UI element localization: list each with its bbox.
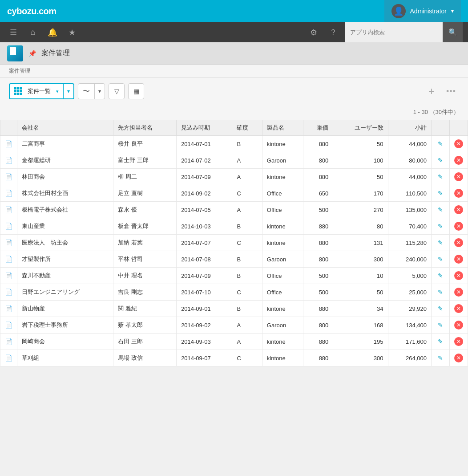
cell-product: kintone	[262, 218, 303, 235]
cell-delete[interactable]: ✕	[450, 218, 468, 235]
edit-button[interactable]: ✎	[436, 288, 445, 297]
edit-button[interactable]: ✎	[436, 222, 445, 231]
delete-button[interactable]: ✕	[454, 189, 463, 198]
cell-company: 板橋電子株式会社	[17, 202, 113, 218]
delete-button[interactable]: ✕	[454, 205, 463, 214]
delete-button[interactable]: ✕	[454, 222, 463, 231]
more-options-button[interactable]: •••	[443, 83, 459, 99]
delete-button[interactable]: ✕	[454, 304, 463, 313]
cell-edit[interactable]: ✎	[432, 301, 450, 317]
edit-button[interactable]: ✎	[436, 337, 445, 346]
cell-unit-price: 650	[303, 185, 333, 202]
table-row: 📄 金都運総研 富士野 三郎 2014-07-02 A Garoon 800 1…	[0, 152, 468, 169]
cell-contact: 板倉 晋太郎	[113, 218, 177, 235]
add-record-button[interactable]: +	[424, 83, 440, 99]
cell-subtotal: 134,400	[388, 317, 431, 334]
delete-button[interactable]: ✕	[454, 288, 463, 297]
cell-contact: 中井 理名	[113, 268, 177, 284]
graph-button[interactable]: 〜 ▾	[78, 83, 105, 99]
home-icon[interactable]: ⌂	[25, 24, 41, 41]
cell-edit[interactable]: ✎	[432, 202, 450, 218]
row-doc-icon: 📄	[0, 334, 17, 350]
cell-date: 2014-07-08	[177, 251, 232, 268]
cell-edit[interactable]: ✎	[432, 284, 450, 301]
view-expand-icon: ▾	[56, 89, 59, 94]
cell-delete[interactable]: ✕	[450, 136, 468, 152]
view-selector-arrow[interactable]: ▾	[64, 88, 73, 94]
cell-edit[interactable]: ✎	[432, 334, 450, 350]
cell-edit[interactable]: ✎	[432, 268, 450, 284]
delete-button[interactable]: ✕	[454, 354, 463, 362]
delete-button[interactable]: ✕	[454, 172, 463, 181]
cell-unit-price: 800	[303, 152, 333, 169]
delete-button[interactable]: ✕	[454, 238, 463, 247]
cell-unit-price: 880	[303, 136, 333, 152]
cell-edit[interactable]: ✎	[432, 317, 450, 334]
user-menu[interactable]: 👤 Administrator ▾	[384, 0, 461, 22]
edit-button[interactable]: ✎	[436, 172, 445, 181]
cell-delete[interactable]: ✕	[450, 169, 468, 185]
table-row: 📄 医療法人 坊主会 加納 若葉 2014-07-07 C kintone 88…	[0, 235, 468, 251]
gear-icon[interactable]: ⚙	[306, 24, 322, 41]
delete-button[interactable]: ✕	[454, 255, 463, 264]
cell-company: 森川不動産	[17, 268, 113, 284]
cell-delete[interactable]: ✕	[450, 334, 468, 350]
view-selector[interactable]: 案件一覧 ▾ ▾	[9, 83, 74, 99]
edit-button[interactable]: ✎	[436, 156, 445, 165]
edit-button[interactable]: ✎	[436, 271, 445, 280]
cell-subtotal: 110,500	[388, 185, 431, 202]
edit-button[interactable]: ✎	[436, 189, 445, 198]
view-selector-main[interactable]: 案件一覧 ▾	[10, 87, 63, 95]
cell-delete[interactable]: ✕	[450, 185, 468, 202]
cell-edit[interactable]: ✎	[432, 169, 450, 185]
search-button[interactable]: 🔍	[443, 22, 463, 42]
graph-button-main[interactable]: 〜	[78, 84, 95, 99]
cell-edit[interactable]: ✎	[432, 152, 450, 169]
favorites-icon[interactable]: ★	[64, 24, 80, 41]
filter-button[interactable]: ▽	[109, 83, 125, 99]
cell-delete[interactable]: ✕	[450, 152, 468, 169]
table-container: 会社名 先方担当者名 見込み時期 確度 製品名 単価 ユーザー数 小計 📄 二宮…	[0, 120, 468, 366]
bell-icon[interactable]: 🔔	[44, 24, 61, 41]
cell-contact: 森永 優	[113, 202, 177, 218]
edit-button[interactable]: ✎	[436, 139, 445, 148]
cell-delete[interactable]: ✕	[450, 284, 468, 301]
cell-edit[interactable]: ✎	[432, 218, 450, 235]
edit-button[interactable]: ✎	[436, 238, 445, 247]
cell-delete[interactable]: ✕	[450, 202, 468, 218]
cell-date: 2014-10-03	[177, 218, 232, 235]
cell-delete[interactable]: ✕	[450, 251, 468, 268]
breadcrumb: 案件管理	[0, 65, 468, 78]
cell-edit[interactable]: ✎	[432, 235, 450, 251]
search-input[interactable]	[345, 22, 443, 42]
cell-users: 300	[333, 251, 388, 268]
graph-button-arrow[interactable]: ▾	[95, 88, 105, 94]
delete-button[interactable]: ✕	[454, 271, 463, 280]
delete-button[interactable]: ✕	[454, 139, 463, 148]
cell-delete[interactable]: ✕	[450, 317, 468, 334]
edit-button[interactable]: ✎	[436, 354, 445, 362]
chart-button[interactable]: ▦	[128, 83, 144, 99]
cell-edit[interactable]: ✎	[432, 251, 450, 268]
edit-button[interactable]: ✎	[436, 205, 445, 214]
cell-rank: C	[232, 350, 262, 366]
menu-icon[interactable]: ☰	[5, 24, 21, 41]
delete-button[interactable]: ✕	[454, 321, 463, 330]
cell-delete[interactable]: ✕	[450, 350, 468, 366]
cell-edit[interactable]: ✎	[432, 185, 450, 202]
cell-date: 2014-09-02	[177, 185, 232, 202]
cell-edit[interactable]: ✎	[432, 350, 450, 366]
col-date: 見込み時期	[177, 120, 232, 136]
cell-delete[interactable]: ✕	[450, 301, 468, 317]
cell-delete[interactable]: ✕	[450, 235, 468, 251]
edit-button[interactable]: ✎	[436, 255, 445, 264]
cell-date: 2014-07-10	[177, 284, 232, 301]
edit-button[interactable]: ✎	[436, 321, 445, 330]
cell-edit[interactable]: ✎	[432, 136, 450, 152]
delete-button[interactable]: ✕	[454, 156, 463, 165]
cell-users: 195	[333, 334, 388, 350]
cell-delete[interactable]: ✕	[450, 268, 468, 284]
help-icon[interactable]: ?	[325, 24, 341, 41]
delete-button[interactable]: ✕	[454, 337, 463, 346]
edit-button[interactable]: ✎	[436, 304, 445, 313]
